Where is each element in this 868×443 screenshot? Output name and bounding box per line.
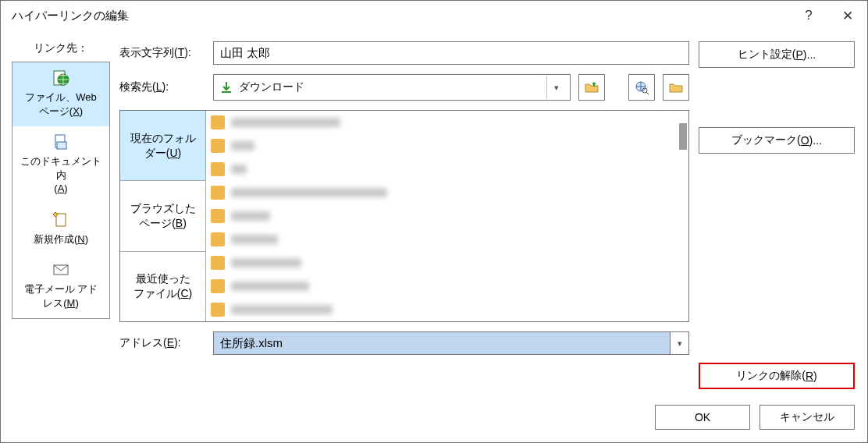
tab-current-folder[interactable]: 現在のフォル ダー(U) [120,111,205,181]
help-button[interactable]: ? [789,1,828,30]
lookin-dropdown[interactable]: ダウンロード ▾ [213,74,571,101]
link-to-list: ファイル、Web ページ(X) このドキュメント内 (A) 新規作成(N) [12,62,110,319]
titlebar: ハイパーリンクの編集 ? ✕ [1,1,867,30]
address-row: アドレス(E): ▾ [119,331,689,355]
link-to-column: リンク先： ファイル、Web ページ(X) このドキュメント内 (A) [12,41,110,389]
close-icon: ✕ [842,8,853,24]
dialog-title: ハイパーリンクの編集 [12,9,789,23]
link-to-label: リンク先： [34,41,88,55]
folder-open-icon [668,80,684,95]
chevron-down-icon: ▾ [678,338,682,349]
link-to-email-label-1: 電子メール アド [24,283,98,295]
browse-web-button[interactable] [628,74,655,101]
close-button[interactable]: ✕ [828,1,867,30]
chevron-down-icon: ▾ [546,76,565,99]
address-combo[interactable]: ▾ [213,331,689,355]
right-buttons-column: ヒント設定(P)... ブックマーク(O)... リンクの解除(R) [699,41,855,389]
up-folder-button[interactable] [578,74,605,101]
globe-page-icon [52,69,70,87]
display-text-label: 表示文字列(T): [119,46,205,60]
display-text-input[interactable] [213,41,689,65]
tab-browsed-pages[interactable]: ブラウズした ページ(B) [120,181,205,251]
scrollbar-thumb[interactable] [679,123,687,150]
dialog-edit-hyperlink: ハイパーリンクの編集 ? ✕ リンク先： ファイル、Web ページ(X) このド… [0,0,868,443]
folder-up-icon [584,80,599,95]
remove-link-button[interactable]: リンクの解除(R) [699,363,855,389]
address-label: アドレス(E): [119,336,205,350]
link-to-this-document[interactable]: このドキュメント内 (A) [12,126,109,204]
address-dropdown-button[interactable]: ▾ [670,332,688,354]
dialog-footer: OK キャンセル [1,400,867,442]
link-to-email[interactable]: 電子メール アド レス(M) [12,254,109,318]
web-search-icon [634,80,649,95]
download-arrow-icon [220,81,233,94]
browse-tabs: 現在のフォル ダー(U) ブラウズした ページ(B) 最近使った フ [120,111,206,321]
document-icon [52,133,70,151]
main-panel: 表示文字列(T): 検索先(L): ダウンロード ▾ [119,41,689,389]
screentip-button[interactable]: ヒント設定(P)... [699,41,855,68]
svg-rect-4 [56,214,66,226]
email-icon [52,260,70,279]
browse-file-button[interactable] [663,74,689,101]
help-icon: ? [805,8,812,23]
file-list[interactable] [206,111,688,321]
browse-area: 現在のフォル ダー(U) ブラウズした ページ(B) 最近使った フ [119,110,689,322]
address-input[interactable] [214,332,670,354]
link-to-new-document[interactable]: 新規作成(N) [12,204,109,255]
link-to-file-web-label-1: ファイル、Web [25,91,97,103]
lookin-row: 検索先(L): ダウンロード ▾ [119,74,689,101]
ok-button[interactable]: OK [655,405,750,430]
svg-rect-3 [57,142,66,149]
lookin-label: 検索先(L): [119,80,205,94]
link-to-file-web[interactable]: ファイル、Web ページ(X) [12,62,109,126]
lookin-value: ダウンロード [239,80,540,94]
new-document-icon [52,211,70,229]
tab-recent-files[interactable]: 最近使った ファイル(C) [120,252,205,321]
display-text-row: 表示文字列(T): [119,41,689,65]
cancel-button[interactable]: キャンセル [760,405,855,430]
bookmark-button[interactable]: ブックマーク(O)... [699,127,855,154]
link-to-this-document-label-1: このドキュメント内 [20,155,101,181]
